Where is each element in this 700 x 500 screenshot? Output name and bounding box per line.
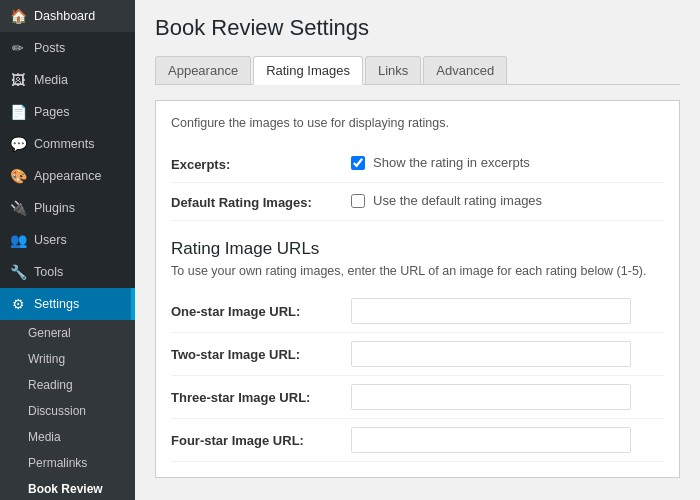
sidebar-item-pages[interactable]: 📄 Pages — [0, 96, 135, 128]
sidebar-item-users[interactable]: 👥 Users — [0, 224, 135, 256]
sidebar-label: Tools — [34, 265, 63, 279]
posts-icon: ✏ — [10, 40, 26, 56]
sidebar-item-plugins[interactable]: 🔌 Plugins — [0, 192, 135, 224]
four-star-input[interactable] — [351, 427, 631, 453]
main-content: Book Review Settings Appearance Rating I… — [135, 0, 700, 500]
sidebar-label: Dashboard — [34, 9, 95, 23]
tabs-container: Appearance Rating Images Links Advanced — [155, 56, 680, 85]
settings-content: Configure the images to use for displayi… — [155, 100, 680, 478]
sidebar-item-posts[interactable]: ✏ Posts — [0, 32, 135, 64]
sidebar: 🏠 Dashboard ✏ Posts 🖼 Media 📄 Pages 💬 Co… — [0, 0, 135, 500]
default-rating-checkbox[interactable] — [351, 194, 365, 208]
url-section-title: Rating Image URLs — [171, 239, 664, 259]
pages-icon: 📄 — [10, 104, 26, 120]
sidebar-item-media[interactable]: 🖼 Media — [0, 64, 135, 96]
submenu-media[interactable]: Media — [0, 424, 135, 450]
appearance-icon: 🎨 — [10, 168, 26, 184]
settings-submenu: General Writing Reading Discussion Media… — [0, 320, 135, 500]
submenu-reading[interactable]: Reading — [0, 372, 135, 398]
sidebar-item-tools[interactable]: 🔧 Tools — [0, 256, 135, 288]
submenu-discussion[interactable]: Discussion — [0, 398, 135, 424]
url-section-description: To use your own rating images, enter the… — [171, 264, 664, 278]
tab-appearance[interactable]: Appearance — [155, 56, 251, 84]
submenu-permalinks[interactable]: Permalinks — [0, 450, 135, 476]
three-star-label: Three-star Image URL: — [171, 390, 351, 405]
sidebar-label: Pages — [34, 105, 69, 119]
sidebar-label: Plugins — [34, 201, 75, 215]
sidebar-item-appearance[interactable]: 🎨 Appearance — [0, 160, 135, 192]
submenu-writing[interactable]: Writing — [0, 346, 135, 372]
four-star-row: Four-star Image URL: — [171, 419, 664, 462]
comments-icon: 💬 — [10, 136, 26, 152]
submenu-book-review[interactable]: Book Review — [0, 476, 135, 500]
users-icon: 👥 — [10, 232, 26, 248]
sidebar-label: Settings — [34, 297, 79, 311]
one-star-input[interactable] — [351, 298, 631, 324]
sidebar-label: Users — [34, 233, 67, 247]
sidebar-label: Media — [34, 73, 68, 87]
page-title: Book Review Settings — [155, 15, 680, 41]
dashboard-icon: 🏠 — [10, 8, 26, 24]
one-star-label: One-star Image URL: — [171, 304, 351, 319]
default-rating-label: Default Rating Images: — [171, 193, 351, 210]
plugins-icon: 🔌 — [10, 200, 26, 216]
two-star-input[interactable] — [351, 341, 631, 367]
sidebar-label: Comments — [34, 137, 94, 151]
four-star-label: Four-star Image URL: — [171, 433, 351, 448]
sidebar-label: Appearance — [34, 169, 101, 183]
default-rating-control: Use the default rating images — [351, 193, 542, 208]
submenu-general[interactable]: General — [0, 320, 135, 346]
default-rating-row: Default Rating Images: Use the default r… — [171, 183, 664, 221]
excerpts-control-label: Show the rating in excerpts — [373, 155, 530, 170]
excerpts-checkbox[interactable] — [351, 156, 365, 170]
sidebar-item-settings[interactable]: ⚙ Settings — [0, 288, 135, 320]
tools-icon: 🔧 — [10, 264, 26, 280]
two-star-row: Two-star Image URL: — [171, 333, 664, 376]
one-star-row: One-star Image URL: — [171, 290, 664, 333]
excerpts-control: Show the rating in excerpts — [351, 155, 530, 170]
media-icon: 🖼 — [10, 72, 26, 88]
tab-links[interactable]: Links — [365, 56, 421, 84]
tab-rating-images[interactable]: Rating Images — [253, 56, 363, 85]
settings-icon: ⚙ — [10, 296, 26, 312]
sidebar-item-dashboard[interactable]: 🏠 Dashboard — [0, 0, 135, 32]
three-star-row: Three-star Image URL: — [171, 376, 664, 419]
sidebar-label: Posts — [34, 41, 65, 55]
active-indicator — [131, 288, 135, 320]
excerpts-row: Excerpts: Show the rating in excerpts — [171, 145, 664, 183]
excerpts-label: Excerpts: — [171, 155, 351, 172]
default-rating-control-label: Use the default rating images — [373, 193, 542, 208]
two-star-label: Two-star Image URL: — [171, 347, 351, 362]
content-description: Configure the images to use for displayi… — [171, 116, 664, 130]
tab-advanced[interactable]: Advanced — [423, 56, 507, 84]
three-star-input[interactable] — [351, 384, 631, 410]
sidebar-item-comments[interactable]: 💬 Comments — [0, 128, 135, 160]
